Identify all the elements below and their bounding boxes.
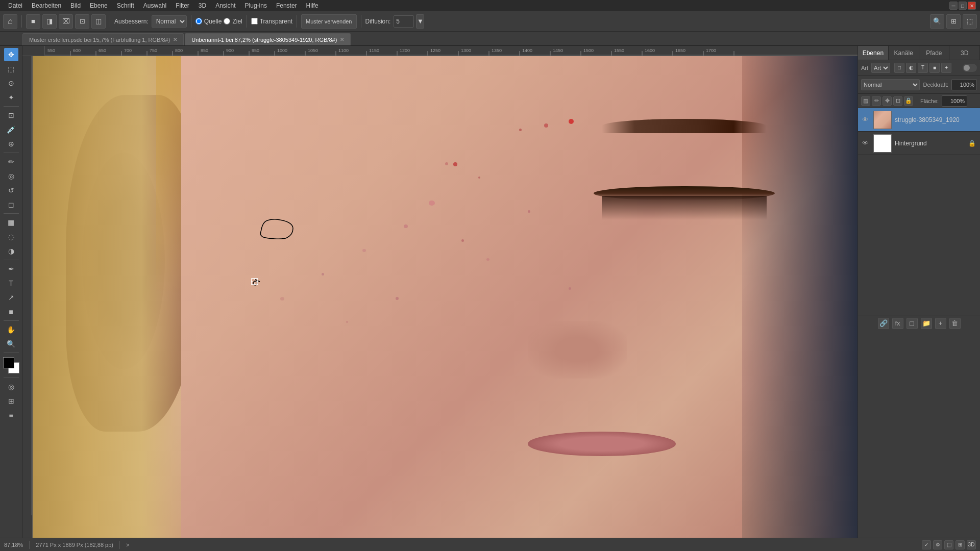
layer-filter-smart[interactable]: ✦ xyxy=(941,63,951,73)
delete-layer-button[interactable]: 🗑 xyxy=(949,318,961,329)
photo-canvas[interactable] xyxy=(33,56,857,538)
eyedropper-tool[interactable]: 💉 xyxy=(4,123,18,136)
layer-vis-1[interactable]: 👁 xyxy=(862,139,870,147)
transparent-label[interactable]: Transparent xyxy=(251,18,292,25)
status-grid-button[interactable]: ⊞ xyxy=(955,540,965,549)
layer-filter-shape[interactable]: ■ xyxy=(929,63,940,73)
path-select-tool[interactable]: ↗ xyxy=(4,291,18,304)
hand-tool[interactable]: ✋ xyxy=(4,323,18,336)
add-style-button[interactable]: fx xyxy=(892,318,903,329)
layer-filter-toggle[interactable] xyxy=(963,64,977,72)
eraser-tool[interactable]: ◻ xyxy=(4,198,18,211)
new-layer-button[interactable]: + xyxy=(935,318,946,329)
menu-bearbeiten[interactable]: Bearbeiten xyxy=(28,1,65,10)
dodge-tool[interactable]: ◑ xyxy=(4,244,18,258)
tab-1[interactable]: Unbenannt-1 bei 87,2% (struggle-3805349-… xyxy=(185,33,351,45)
transparent-checkbox[interactable] xyxy=(251,18,258,24)
clone-tool[interactable]: ◎ xyxy=(4,169,18,183)
lock-artboard-button[interactable]: ⊡ xyxy=(893,96,902,106)
menu-plugins[interactable]: Plug-ins xyxy=(241,1,271,10)
menu-filter[interactable]: Filter xyxy=(172,1,193,10)
blur-tool[interactable]: ◌ xyxy=(4,230,18,243)
close-button[interactable]: ✕ xyxy=(968,2,976,10)
tab-3d[interactable]: 3D xyxy=(949,46,980,60)
menu-hilfe[interactable]: Hilfe xyxy=(302,1,323,10)
brush-tool[interactable]: ✏ xyxy=(4,155,18,168)
move-tool[interactable]: ✥ xyxy=(4,48,18,61)
screen-mode-button[interactable]: ⊞ xyxy=(4,394,18,408)
lasso-tool[interactable]: ⊙ xyxy=(4,77,18,90)
tool-option-1[interactable]: ■ xyxy=(26,14,40,29)
tab-0[interactable]: Muster erstellen.psdc bei 15,7% (Farbfül… xyxy=(22,33,184,45)
pen-tool[interactable]: ✒ xyxy=(4,262,18,276)
link-layers-button[interactable]: 🔗 xyxy=(878,318,889,329)
tool-option-4[interactable]: ⊡ xyxy=(75,14,89,29)
source-radio[interactable] xyxy=(195,18,202,24)
blend-mode-select[interactable]: Normal xyxy=(152,15,187,28)
home-button[interactable]: ⌂ xyxy=(3,14,17,29)
status-check-button[interactable]: ✓ xyxy=(922,540,931,549)
tool-option-5[interactable]: ◫ xyxy=(91,14,106,29)
tool-option-2[interactable]: ◨ xyxy=(42,14,57,29)
minimize-button[interactable]: ─ xyxy=(949,2,958,10)
view-button[interactable]: ⊞ xyxy=(946,14,961,29)
status-settings-button[interactable]: ⚙ xyxy=(933,540,942,549)
diffusion-input[interactable] xyxy=(394,15,414,28)
zoom-tool[interactable]: 🔍 xyxy=(4,337,18,350)
tab-0-close[interactable]: ✕ xyxy=(173,37,177,42)
maximize-button[interactable]: □ xyxy=(959,2,967,10)
diffusion-dropdown[interactable]: ▼ xyxy=(416,14,424,29)
menu-datei[interactable]: Datei xyxy=(4,1,27,10)
svg-text:950: 950 xyxy=(252,48,259,53)
status-arrow[interactable]: > xyxy=(126,542,129,548)
shapes-tool[interactable]: ■ xyxy=(4,305,18,318)
layer-filter-pixel[interactable]: □ xyxy=(894,63,904,73)
arrange-button[interactable]: ⬚ xyxy=(963,14,977,29)
tab-kanaele[interactable]: Kanäle xyxy=(889,46,919,60)
fill-input[interactable] xyxy=(942,95,967,107)
history-brush-tool[interactable]: ↺ xyxy=(4,184,18,197)
menu-ansicht[interactable]: Ansicht xyxy=(211,1,239,10)
foreground-color-swatch[interactable] xyxy=(3,357,14,368)
status-3d-button[interactable]: 3D xyxy=(967,540,976,549)
lock-image-button[interactable]: ✏ xyxy=(872,96,881,106)
marquee-tool[interactable]: ⬚ xyxy=(4,62,18,76)
use-pattern-button[interactable]: Muster verwenden xyxy=(301,14,357,29)
crop-tool[interactable]: ⊡ xyxy=(4,109,18,122)
magic-wand-tool[interactable]: ✦ xyxy=(4,91,18,104)
layer-vis-0[interactable]: 👁 xyxy=(862,116,870,123)
search-button[interactable]: 🔍 xyxy=(930,14,944,29)
menu-3d[interactable]: 3D xyxy=(194,1,210,10)
extra-tools-button[interactable]: ≡ xyxy=(4,409,18,422)
add-mask-button[interactable]: ◻ xyxy=(906,318,918,329)
status-expand-button[interactable]: ⬚ xyxy=(944,540,953,549)
menu-auswahl[interactable]: Auswahl xyxy=(139,1,170,10)
menu-bild[interactable]: Bild xyxy=(66,1,85,10)
layer-filter-text[interactable]: T xyxy=(918,63,928,73)
text-tool[interactable]: T xyxy=(4,277,18,290)
menu-schrift[interactable]: Schrift xyxy=(113,1,138,10)
opacity-input[interactable] xyxy=(951,79,977,90)
tab-1-close[interactable]: ✕ xyxy=(340,37,344,42)
layer-item-1[interactable]: 👁 Hintergrund 🔒 xyxy=(858,132,980,155)
target-radio[interactable] xyxy=(224,18,230,24)
quick-mask-button[interactable]: ◎ xyxy=(4,380,18,393)
lock-position-button[interactable]: ✥ xyxy=(883,96,892,106)
lock-transparent-button[interactable]: ▨ xyxy=(861,96,870,106)
layer-blend-mode[interactable]: Normal xyxy=(861,79,920,90)
layer-filter-adjust[interactable]: ◐ xyxy=(906,63,916,73)
source-label[interactable]: Quelle xyxy=(195,18,222,25)
lock-all-button[interactable]: 🔒 xyxy=(904,96,913,106)
gradient-tool[interactable]: ▦ xyxy=(4,216,18,229)
layer-type-filter[interactable]: Art xyxy=(871,63,890,73)
menu-ebene[interactable]: Ebene xyxy=(86,1,112,10)
menu-fenster[interactable]: Fenster xyxy=(272,1,301,10)
layer-item-0[interactable]: 👁 struggle-3805349_1920 xyxy=(858,108,980,132)
tab-pfade[interactable]: Pfade xyxy=(919,46,950,60)
layer-lock-icons: ▨ ✏ ✥ ⊡ 🔒 xyxy=(861,96,913,106)
target-label[interactable]: Ziel xyxy=(224,18,242,25)
new-group-button[interactable]: 📁 xyxy=(921,318,932,329)
heal-tool[interactable]: ⊕ xyxy=(4,137,18,151)
tab-ebenen[interactable]: Ebenen xyxy=(858,46,889,60)
tool-option-3[interactable]: ⌧ xyxy=(59,14,73,29)
